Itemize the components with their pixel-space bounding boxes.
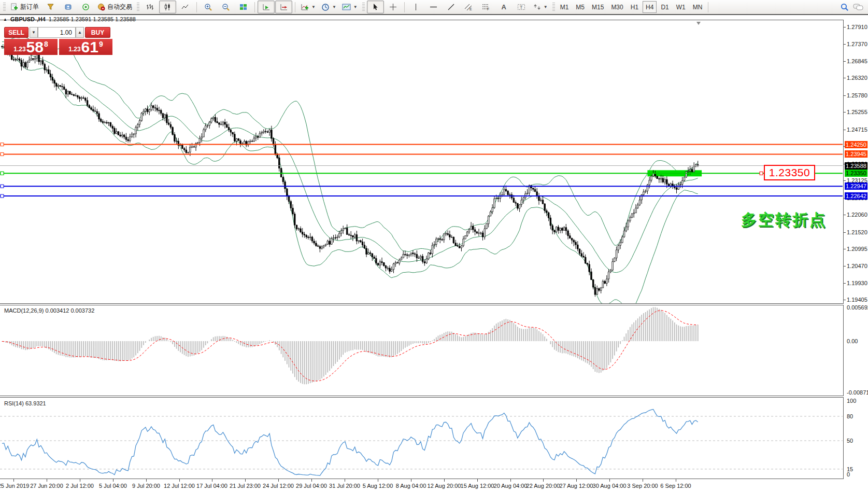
time-tick-mark: [80, 479, 80, 482]
periods-dropdown[interactable]: ▼: [319, 1, 339, 13]
time-tick-mark: [13, 479, 14, 482]
auto-scroll-button[interactable]: [258, 1, 275, 13]
arrows-dropdown[interactable]: ▼: [531, 1, 550, 13]
signals-button[interactable]: [77, 1, 94, 13]
annotation-anchor[interactable]: [760, 172, 763, 175]
search-icon[interactable]: [841, 3, 849, 11]
line-edge-marker[interactable]: [1, 185, 4, 188]
collapse-arrow-icon[interactable]: ▲: [3, 17, 7, 22]
new-order-button[interactable]: 新订单: [8, 1, 41, 13]
vertical-line-button[interactable]: [407, 1, 424, 13]
symbol-period: GBPUSD-,H4: [10, 16, 46, 22]
rsi-axis-tick: 100: [847, 398, 856, 404]
price-axis[interactable]: 1.279101.273701.268451.263201.257801.252…: [844, 20, 868, 479]
price-tick-mark: [844, 44, 846, 45]
price-tick: 1.22060: [847, 212, 867, 218]
time-tick-mark: [146, 479, 147, 482]
timeframe-h1[interactable]: H1: [628, 1, 642, 13]
chart-header: ▲ GBPUSD-,H4 1.23585 1.23591 1.23585 1.2…: [3, 16, 136, 22]
sell-price-main: 58: [26, 40, 44, 54]
toolbar-grip[interactable]: [137, 3, 139, 12]
line-edge-marker[interactable]: [1, 172, 4, 175]
crosshair-button[interactable]: [385, 1, 402, 13]
account-icon: [64, 3, 72, 11]
timeframe-h4[interactable]: H4: [643, 1, 657, 13]
text-button[interactable]: A: [495, 1, 513, 13]
bull-candles: [3, 47, 696, 294]
buy-price[interactable]: 1.23 61 9: [59, 39, 112, 55]
macd-chart[interactable]: [0, 305, 843, 396]
autotrading-button[interactable]: 自动交易: [95, 1, 135, 13]
time-tick: 5 Jul 04:00: [99, 483, 127, 489]
chart-shift-marker[interactable]: [696, 22, 701, 25]
cursor-button[interactable]: [367, 1, 384, 13]
templates-dropdown[interactable]: ▼: [339, 1, 360, 13]
text-label-button[interactable]: T: [513, 1, 530, 13]
rsi-chart[interactable]: [0, 398, 843, 479]
ohlc-values: 1.23585 1.23591 1.23585 1.23588: [49, 16, 136, 22]
timeframe-m30[interactable]: M30: [608, 1, 626, 13]
price-tick: 1.24715: [847, 126, 867, 133]
rsi-line: [2, 410, 698, 476]
timeframe-w1[interactable]: W1: [673, 1, 689, 13]
time-tick: 3 Sep 20:00: [627, 483, 658, 489]
macd-pane[interactable]: [0, 305, 844, 396]
line-edge-marker[interactable]: [1, 194, 4, 198]
buy-price-main: 61: [81, 40, 98, 54]
macd-label: MACD(12,26,9) 0.003412 0.003732: [4, 307, 94, 314]
timeframe-d1[interactable]: D1: [658, 1, 672, 13]
line-chart-button[interactable]: [177, 1, 194, 13]
macd-histogram: [2, 307, 698, 384]
filter-button[interactable]: [42, 1, 59, 13]
account-button[interactable]: [60, 1, 77, 13]
timeframe-m15[interactable]: M15: [589, 1, 607, 13]
candlestick-chart[interactable]: [0, 20, 843, 303]
trendline-button[interactable]: [443, 1, 460, 13]
crosshair-icon: [389, 3, 397, 11]
toolbar-grip[interactable]: [3, 3, 6, 12]
price-tick-mark: [844, 215, 846, 215]
toolbar-grip[interactable]: [362, 3, 365, 12]
chart-shift-button[interactable]: [275, 1, 292, 13]
macd-axis-tick: -0.008717: [847, 389, 868, 396]
zoom-in-button[interactable]: [200, 1, 217, 13]
timeframe-m1[interactable]: M1: [557, 1, 572, 13]
autotrading-label: 自动交易: [107, 3, 132, 11]
equidistant-channel-button[interactable]: E: [460, 1, 477, 13]
price-tick-mark: [844, 249, 846, 249]
toolbar-grip[interactable]: [552, 3, 555, 12]
line-edge-marker[interactable]: [1, 143, 4, 146]
tile-windows-button[interactable]: [235, 1, 252, 13]
rsi-pane[interactable]: [0, 397, 844, 479]
rsi-axis-tick: 50: [847, 438, 853, 444]
sell-price[interactable]: 1.23 58 8: [4, 39, 58, 55]
price-tick-mark: [844, 266, 846, 266]
sell-button[interactable]: SELL: [4, 27, 29, 38]
bar-chart-button[interactable]: [141, 1, 159, 13]
price-annotation-box[interactable]: 1.23350: [764, 165, 815, 180]
timeframe-mn[interactable]: MN: [690, 1, 706, 13]
buy-price-prefix: 1.23: [68, 46, 80, 53]
indicators-dropdown[interactable]: ▼: [298, 1, 318, 13]
autotrading-icon: [97, 3, 105, 11]
buy-button[interactable]: BUY: [85, 27, 110, 38]
volume-increase-button[interactable]: ▲: [76, 27, 84, 38]
timeframe-m5[interactable]: M5: [573, 1, 588, 13]
time-tick-mark: [378, 479, 378, 482]
candlestick-button[interactable]: [159, 1, 176, 13]
volume-input[interactable]: 1.00: [38, 27, 76, 38]
horizontal-line-button[interactable]: [425, 1, 442, 13]
time-tick: 2 Jul 12:00: [66, 483, 94, 489]
candlestick-chart-pane[interactable]: [0, 20, 844, 304]
indicators-icon: [301, 3, 309, 11]
price-line-label: 1.22947: [845, 182, 867, 190]
volume-decrease-button[interactable]: ▼: [30, 27, 38, 38]
zoom-out-button[interactable]: [217, 1, 234, 13]
line-edge-marker[interactable]: [1, 152, 4, 156]
toolbar: 新订单 自动交易 ▼ ▼: [0, 0, 868, 15]
vertical-line-icon: [412, 3, 419, 11]
fibonacci-button[interactable]: F: [478, 1, 495, 13]
chat-icon[interactable]: [853, 3, 863, 11]
time-axis[interactable]: 25 Jun 201927 Jun 20:002 Jul 12:005 Jul …: [0, 480, 844, 492]
macd-axis-tick: 0.00: [847, 338, 858, 344]
